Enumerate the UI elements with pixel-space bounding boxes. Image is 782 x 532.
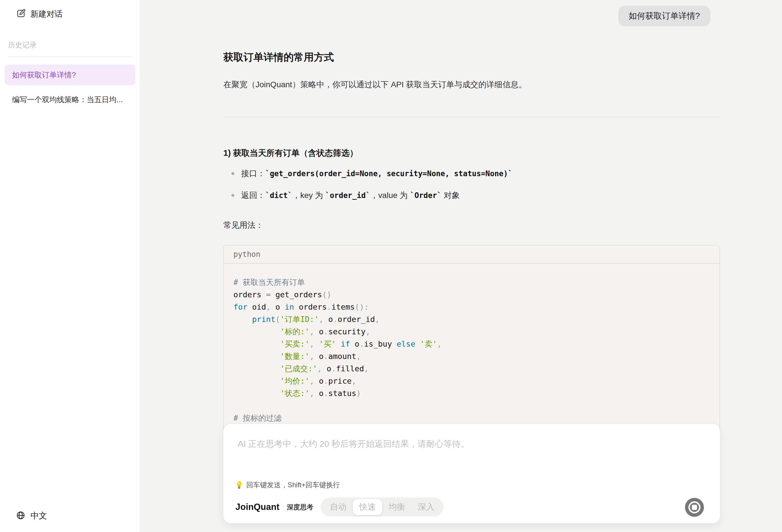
sidebar: 新建对话 历史记录 如何获取订单详情?编写一个双均线策略：当五日均... 中文	[0, 0, 140, 532]
language-label: 中文	[30, 510, 47, 522]
sidebar-divider	[8, 56, 132, 57]
code-line: print('订单ID:', o.order_id,	[234, 313, 710, 326]
language-switch[interactable]: 中文	[16, 510, 47, 522]
inline-code: `dict`	[265, 191, 292, 200]
deep-think-label[interactable]: 深度思考	[287, 503, 313, 511]
compose-edit-icon	[16, 9, 26, 20]
section-divider	[223, 116, 720, 117]
composer-bottom-bar: JoinQuant 深度思考 自动快速均衡深入	[236, 497, 708, 517]
composer-input[interactable]: AI 正在思考中，大约 20 秒后将开始返回结果，请耐心等待。	[238, 438, 706, 472]
history-section-label: 历史记录	[8, 40, 140, 50]
code-language-label: python	[224, 245, 720, 263]
code-block: python # 获取当天所有订单orders = get_orders()fo…	[223, 245, 720, 449]
user-message-row: 如何获取订单详情?	[223, 6, 710, 27]
mode-option-0[interactable]: 自动	[324, 499, 353, 515]
bullet-text: ，key 为	[292, 191, 325, 200]
history-item-1[interactable]: 编写一个双均线策略：当五日均...	[5, 89, 135, 110]
composer-panel: AI 正在思考中，大约 20 秒后将开始返回结果，请耐心等待。 💡 回车键发送，…	[223, 424, 720, 523]
stop-generating-button[interactable]	[685, 498, 704, 517]
code-body: # 获取当天所有订单orders = get_orders()for oid, …	[224, 263, 720, 449]
code-line: '买卖:', '买' if o.is_buy else '卖',	[234, 338, 710, 350]
api-bullet-list: 接口：`get_orders(order_id=None, security=N…	[223, 167, 720, 201]
chat-content: 如何获取订单详情? 获取订单详情的常用方式 在聚宽（JoinQuant）策略中，…	[223, 0, 720, 449]
history-item-0[interactable]: 如何获取订单详情?	[5, 65, 135, 85]
user-message-bubble: 如何获取订单详情?	[618, 6, 710, 27]
composer-tip-text: 回车键发送，Shift+回车键换行	[246, 480, 340, 490]
code-line: '标的:', o.security,	[234, 326, 710, 338]
history-list: 如何获取订单详情?编写一个双均线策略：当五日均...	[0, 65, 140, 110]
brand-label: JoinQuant	[236, 502, 279, 512]
bullet-api-signature: 接口：`get_orders(order_id=None, security=N…	[223, 167, 720, 180]
stop-icon	[688, 501, 701, 514]
composer-tip: 💡 回车键发送，Shift+回车键换行	[235, 480, 720, 490]
code-line: '已成交:', o.filled,	[234, 363, 710, 375]
section-title: 1) 获取当天所有订单（含状态筛选）	[223, 147, 720, 159]
answer-intro: 在聚宽（JoinQuant）策略中，你可以通过以下 API 获取当天订单与成交的…	[223, 79, 720, 91]
mode-option-3[interactable]: 深入	[412, 499, 441, 515]
code-line: # 获取当天所有订单	[234, 276, 710, 289]
inline-code: `Order`	[410, 191, 441, 200]
inline-code: `order_id`	[325, 191, 370, 200]
code-line: '数量:', o.amount,	[234, 350, 710, 363]
code-line: # 按标的过滤	[234, 412, 710, 424]
code-line: orders = get_orders()	[234, 289, 710, 301]
mode-option-1[interactable]: 快速	[353, 499, 382, 515]
answer-title: 获取订单详情的常用方式	[223, 50, 720, 64]
usage-label: 常见用法：	[223, 220, 720, 231]
bullet-return-value: 返回：`dict`，key 为 `order_id`，value 为 `Orde…	[223, 189, 720, 201]
lightbulb-icon: 💡	[235, 481, 243, 489]
bullet-text: ，value 为	[370, 191, 410, 200]
mode-segmented-control: 自动快速均衡深入	[321, 498, 443, 517]
code-line: for oid, o in orders.items():	[234, 301, 710, 313]
mode-option-2[interactable]: 均衡	[382, 499, 412, 515]
bullet-text: 返回：	[241, 191, 265, 200]
chat-main: 如何获取订单详情? 获取订单详情的常用方式 在聚宽（JoinQuant）策略中，…	[140, 0, 782, 532]
globe-icon	[16, 511, 25, 521]
code-line: '状态:', o.status)	[234, 387, 710, 400]
new-chat-button[interactable]: 新建对话	[16, 9, 140, 20]
code-line: '均价:', o.price,	[234, 375, 710, 387]
inline-code: `get_orders(order_id=None, security=None…	[265, 169, 512, 178]
bullet-text: 接口：	[241, 169, 265, 178]
bullet-text: 对象	[441, 191, 460, 200]
code-line	[234, 400, 710, 412]
new-chat-label: 新建对话	[30, 9, 63, 20]
